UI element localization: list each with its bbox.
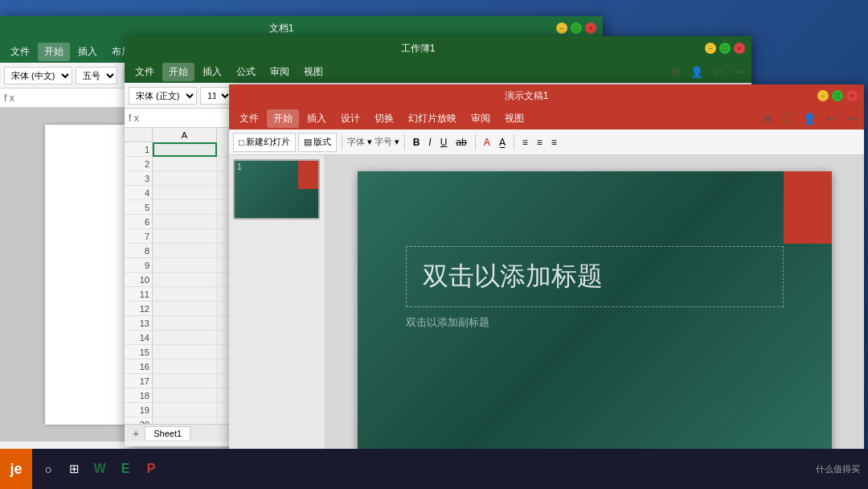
excel-cell-9-0[interactable] <box>153 258 217 273</box>
ppt-color-btn[interactable]: A <box>481 135 493 150</box>
excel-size-select[interactable]: 11 <box>200 87 232 105</box>
writer-font-select[interactable]: 宋体 (中文) <box>4 67 72 84</box>
writer-menu-file[interactable]: 文件 <box>4 43 36 61</box>
excel-titlebar: 工作簿1 − □ × <box>125 36 751 60</box>
excel-redo-btn[interactable]: ↪ <box>730 63 747 80</box>
ppt-icon2[interactable]: ⛶ <box>780 109 797 127</box>
ppt-underline-btn[interactable]: U <box>437 135 451 150</box>
writer-fx-label: f x <box>4 92 14 104</box>
excel-add-sheet-btn[interactable]: + <box>129 427 143 440</box>
ppt-icon1[interactable]: ⊞ <box>759 109 776 127</box>
writer-close-btn[interactable]: × <box>585 23 596 34</box>
ppt-new-slide-btn[interactable]: □ 新建幻灯片 <box>233 133 296 152</box>
excel-cell-13-0[interactable] <box>153 316 217 331</box>
excel-cell-8-0[interactable] <box>153 244 217 258</box>
excel-menu-home[interactable]: 开始 <box>162 63 194 81</box>
taskbar-ppt-btn[interactable]: P <box>139 452 163 486</box>
excel-cell-19-0[interactable] <box>153 403 217 417</box>
ppt-slide-main: 双击以添加标题 双击以添加副标题 <box>358 171 832 462</box>
ppt-redo-btn[interactable]: ↪ <box>842 109 860 127</box>
ppt-highlight-btn[interactable]: A̲ <box>496 135 509 150</box>
excel-close-btn[interactable]: × <box>734 43 745 54</box>
excel-cell-11-0[interactable] <box>153 287 217 302</box>
excel-row-num-20: 20 <box>125 417 153 424</box>
ppt-maximize-btn[interactable]: □ <box>832 90 843 101</box>
excel-fx-label: f x <box>129 113 139 124</box>
excel-cell-16-0[interactable] <box>153 360 217 374</box>
writer-maximize-btn[interactable]: □ <box>571 23 582 34</box>
ppt-undo-btn[interactable]: ↩ <box>821 109 839 127</box>
excel-cell-17-0[interactable] <box>153 374 217 388</box>
taskbar-windows-btn[interactable]: ⊞ <box>62 452 86 486</box>
ppt-align-btn1[interactable]: ≡ <box>519 135 531 150</box>
excel-cell-5-0[interactable] <box>153 200 217 215</box>
ppt-align-btn3[interactable]: ≡ <box>548 135 560 150</box>
excel-cell-4-0[interactable] <box>153 186 217 200</box>
taskbar-start-btn[interactable]: je <box>0 449 32 489</box>
ppt-strikethrough-btn[interactable]: ab <box>452 135 469 150</box>
ppt-menu-home[interactable]: 开始 <box>267 109 299 128</box>
ppt-menu-slideshow[interactable]: 幻灯片放映 <box>402 109 463 128</box>
ppt-slide-num: 1 <box>237 162 242 171</box>
excel-menu-review[interactable]: 审阅 <box>264 63 296 81</box>
writer-size-select[interactable]: 五号 <box>76 67 117 84</box>
ppt-bold-btn[interactable]: B <box>410 135 424 150</box>
ppt-layout-icon: ▤ <box>304 137 312 147</box>
ppt-menu-view[interactable]: 视图 <box>498 109 530 128</box>
excel-col-a: A <box>153 128 217 142</box>
excel-sheet1-tab[interactable]: Sheet1 <box>145 426 190 440</box>
writer-menu-insert[interactable]: 插入 <box>72 43 104 61</box>
writer-minimize-btn[interactable]: − <box>556 23 567 34</box>
ppt-icon3[interactable]: 👤 <box>800 109 818 127</box>
ppt-menu-file[interactable]: 文件 <box>233 109 265 128</box>
excel-icon1[interactable]: ⊞ <box>667 63 685 80</box>
excel-row-num-17: 17 <box>125 374 153 388</box>
excel-cell-1-0[interactable] <box>153 142 217 157</box>
excel-row-num-12: 12 <box>125 302 153 316</box>
ppt-italic-btn[interactable]: I <box>425 135 434 150</box>
taskbar-right: 什么值得买 <box>816 463 868 475</box>
ppt-menu-insert[interactable]: 插入 <box>301 109 333 128</box>
excel-cell-20-0[interactable] <box>153 417 217 424</box>
ppt-close-btn[interactable]: × <box>846 90 858 101</box>
ppt-title: 演示文稿1 <box>505 89 549 103</box>
excel-menu-file[interactable]: 文件 <box>129 63 161 81</box>
writer-menu-home[interactable]: 开始 <box>38 43 70 61</box>
ppt-minimize-btn[interactable]: − <box>817 90 829 101</box>
ppt-slide-title: 双击以添加标题 <box>423 259 767 294</box>
ppt-slide-thumb-1[interactable]: 1 <box>233 159 320 220</box>
ppt-align-btn2[interactable]: ≡ <box>534 135 546 150</box>
excel-cell-18-0[interactable] <box>153 388 217 403</box>
excel-maximize-btn[interactable]: □ <box>719 43 731 54</box>
excel-menu-view[interactable]: 视图 <box>297 63 330 81</box>
taskbar-search-btn[interactable]: ○ <box>36 452 60 486</box>
excel-cell-3-0[interactable] <box>153 171 217 186</box>
excel-row-num-1: 1 <box>125 142 153 157</box>
ppt-menu-transition[interactable]: 切换 <box>368 109 400 128</box>
ppt-menu-review[interactable]: 审阅 <box>465 109 497 128</box>
ppt-new-slide-label: 新建幻灯片 <box>246 136 290 148</box>
excel-cell-14-0[interactable] <box>153 331 217 345</box>
ppt-slides-panel: 1 <box>229 155 326 479</box>
ppt-font-dropdown[interactable]: ▾ <box>367 137 372 147</box>
excel-cell-12-0[interactable] <box>153 302 217 316</box>
taskbar-excel-btn[interactable]: E <box>113 452 137 486</box>
excel-cell-15-0[interactable] <box>153 345 217 360</box>
excel-icon2[interactable]: 👤 <box>688 63 706 80</box>
excel-cell-2-0[interactable] <box>153 157 217 171</box>
excel-undo-btn[interactable]: ↩ <box>709 63 727 80</box>
excel-font-select[interactable]: 宋体 (正文) <box>129 87 197 105</box>
ppt-menu-design[interactable]: 设计 <box>334 109 366 128</box>
excel-cell-7-0[interactable] <box>153 229 217 244</box>
taskbar-writer-btn[interactable]: W <box>88 452 112 486</box>
ppt-layout-btn[interactable]: ▤ 版式 <box>298 133 337 152</box>
excel-row-num-13: 13 <box>125 316 153 331</box>
excel-cell-10-0[interactable] <box>153 273 217 287</box>
excel-menu-insert[interactable]: 插入 <box>196 63 228 81</box>
excel-minimize-btn[interactable]: − <box>705 43 716 54</box>
ppt-main-area: 双击以添加标题 双击以添加副标题 <box>326 155 864 479</box>
ppt-title-box[interactable]: 双击以添加标题 <box>406 246 784 307</box>
excel-cell-6-0[interactable] <box>153 215 217 229</box>
excel-menu-formula[interactable]: 公式 <box>230 63 262 81</box>
ppt-fontsize-dropdown[interactable]: ▾ <box>395 137 399 147</box>
